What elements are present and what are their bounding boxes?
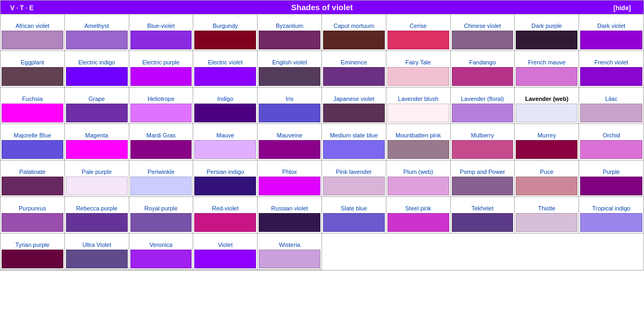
color-cell[interactable]: Tyrian purple [1,233,65,270]
color-swatch [194,250,256,268]
color-cell[interactable]: Heliotrope [129,87,194,124]
color-cell[interactable]: Amethyst [65,14,129,51]
hide-cell[interactable]: [hide] [601,1,644,14]
color-cell[interactable]: Mulberry [451,124,515,160]
color-cell[interactable]: Purple [579,160,643,197]
color-cell[interactable]: Eminence [322,51,386,87]
color-swatch [259,104,320,122]
vte-cell: V · T · E [1,1,43,14]
color-cell[interactable]: Wisteria [258,233,322,270]
color-swatch [194,213,256,232]
color-cell[interactable]: Caput mortuum [322,14,386,51]
color-name: Veronica [130,235,192,249]
color-cell[interactable]: Grape [65,87,129,124]
color-cell[interactable]: Byzantium [258,14,322,51]
color-cell[interactable]: Pomp and Power [451,160,515,197]
color-swatch [2,67,63,86]
color-cell[interactable]: Iris [258,87,322,124]
color-cell[interactable]: Orchid [579,124,643,160]
color-cell[interactable]: Lavender blush [386,87,451,124]
color-swatch [259,177,320,195]
color-swatch [323,213,385,232]
color-name: Burgundy [194,16,256,30]
color-cell[interactable]: Blue-violet [129,14,194,51]
color-cell[interactable]: Plum (web) [386,160,451,197]
color-name: Steel pink [387,198,449,212]
color-cell[interactable]: French violet [579,51,643,87]
color-cell[interactable]: French mauve [515,51,579,87]
color-cell[interactable]: Mardi Gras [129,124,194,160]
color-name: Electric violet [194,52,256,66]
color-cell[interactable]: Purpureus [1,197,65,233]
color-swatch [580,140,642,159]
color-name: Rebecca purple [66,198,128,212]
color-swatch [387,67,449,86]
color-cell[interactable]: Majorelle Blue [1,124,65,160]
color-swatch [259,213,320,232]
color-cell[interactable]: Steel pink [386,197,451,233]
color-swatch [194,67,256,86]
color-cell[interactable]: Electric purple [129,51,194,87]
color-swatch [194,177,256,195]
color-cell[interactable]: Eggplant [1,51,65,87]
color-cell[interactable]: Fairy Tale [386,51,451,87]
color-cell[interactable]: Fuchsia [1,87,65,124]
color-cell[interactable]: Lavender (floral) [451,87,515,124]
color-cell[interactable]: Ultra Violet [65,233,129,270]
color-cell[interactable]: Violet [193,233,258,270]
color-cell[interactable]: Mauveine [258,124,322,160]
color-cell[interactable]: Indigo [193,87,258,124]
color-cell[interactable]: English violet [258,51,322,87]
color-name: French mauve [516,52,577,66]
color-cell[interactable]: Pale purple [65,160,129,197]
color-cell[interactable]: Veronica [129,233,194,270]
color-cell[interactable]: Rebecca purple [65,197,129,233]
color-cell[interactable]: Lavender (web) [515,87,579,124]
color-cell[interactable]: Electric indigo [65,51,129,87]
color-cell[interactable]: Japanese violet [322,87,386,124]
color-name: Mardi Gras [130,125,192,139]
color-cell[interactable]: Puce [515,160,579,197]
color-cell[interactable]: Russian violet [258,197,322,233]
color-cell[interactable]: Electric violet [193,51,258,87]
color-swatch [452,140,514,159]
color-cell[interactable]: Tekhelet [451,197,515,233]
color-name: Indigo [194,89,256,103]
color-cell[interactable]: Royal purple [129,197,194,233]
color-cell[interactable]: Mauve [193,124,258,160]
color-swatch [66,213,128,232]
color-cell[interactable]: Mountbatten pink [386,124,451,160]
color-cell[interactable]: Thistle [515,197,579,233]
color-cell[interactable]: Chinese violet [451,14,515,51]
color-name: Medium slate blue [323,125,385,139]
color-swatch [66,104,128,122]
color-cell[interactable]: Burgundy [193,14,258,51]
hide-label[interactable]: [hide] [613,4,631,12]
color-cell[interactable]: Dark purple [515,14,579,51]
color-cell[interactable]: Tropical indigo [579,197,643,233]
color-cell[interactable]: Phlox [258,160,322,197]
color-cell[interactable]: Medium slate blue [322,124,386,160]
color-cell[interactable]: African violet [1,14,65,51]
color-cell[interactable]: Palatinate [1,160,65,197]
color-cell[interactable]: Fandango [451,51,515,87]
color-swatch [259,67,320,86]
color-cell[interactable]: Red-violet [193,197,258,233]
color-swatch [2,31,63,49]
color-cell[interactable]: Persian indigo [193,160,258,197]
color-cell[interactable]: Murrey [515,124,579,160]
color-cell[interactable]: Slate blue [322,197,386,233]
color-cell[interactable]: Magenta [65,124,129,160]
color-swatch [516,104,577,122]
color-name: Mauve [194,125,256,139]
color-name: Wisteria [259,235,320,249]
color-cell[interactable]: Cerise [386,14,451,51]
color-name: Royal purple [130,198,192,212]
color-cell[interactable]: Lilac [579,87,643,124]
color-swatch [387,140,449,159]
color-swatch [130,177,192,195]
color-cell[interactable]: Dark violet [579,14,643,51]
color-cell[interactable]: Periwinkle [129,160,194,197]
color-name: English violet [259,52,320,66]
color-cell[interactable]: Pink lavender [322,160,386,197]
